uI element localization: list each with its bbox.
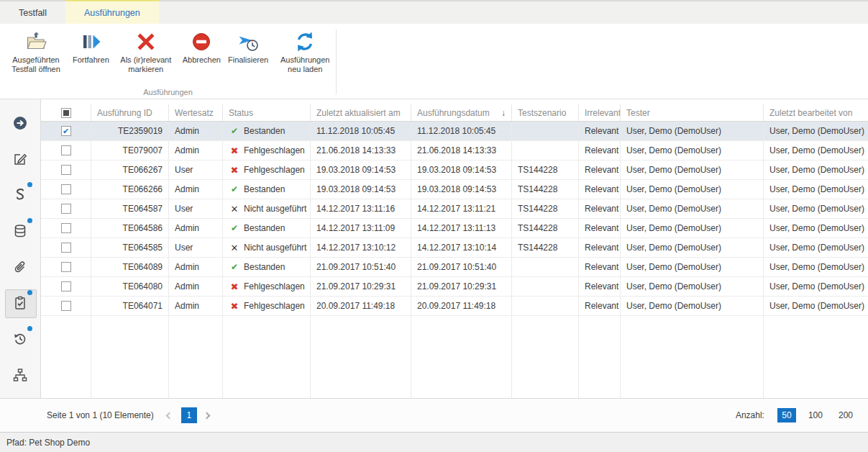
table-header: Ausführung IDWertesatzStatusZuletzt aktu…: [41, 104, 868, 122]
row-checkbox[interactable]: [61, 145, 71, 155]
cell-execution-id: TE064587: [91, 199, 169, 218]
cell-valueset: Admin: [169, 258, 223, 276]
cell-execution-id: TE064080: [91, 277, 169, 296]
cell-status: ✕Nicht ausgeführt: [223, 238, 311, 257]
table-row[interactable]: TE064071Admin✖Fehlgeschlagen20.09.2017 1…: [41, 297, 868, 316]
cell-valueset: User: [169, 161, 223, 179]
page-size-50[interactable]: 50: [777, 408, 796, 422]
cell-irrelevant: Relevant: [579, 277, 621, 296]
table-row[interactable]: TE064585User✕Nicht ausgeführt14.12.2017 …: [41, 238, 868, 258]
cell-scenario: TS144228: [512, 238, 579, 257]
table-row[interactable]: TE079007Admin✖Fehlgeschlagen21.06.2018 1…: [41, 141, 868, 161]
sidebar-item-executions[interactable]: [0, 285, 40, 321]
cancel-button[interactable]: Abbrechen: [179, 27, 224, 68]
page-size-group: Anzahl: 50100200: [736, 408, 856, 422]
sidebar-item-hierarchy[interactable]: [0, 357, 40, 393]
status-failed-icon: ✖: [229, 165, 240, 176]
toolbar-button-label: Als (ir)relevant markieren: [117, 55, 175, 74]
cell-tester: User, Demo (DemoUser): [621, 122, 764, 140]
row-checkbox[interactable]: [61, 281, 71, 291]
cell-edited-by: User, Demo (DemoUser): [764, 219, 868, 238]
row-checkbox[interactable]: [61, 262, 71, 272]
column-header-label: Wertesatz: [175, 108, 214, 118]
page-size-label: Anzahl:: [736, 410, 764, 420]
column-header-status[interactable]: Status: [223, 104, 311, 121]
sidebar-item-attachments[interactable]: [0, 249, 40, 285]
cell-edited-by: User, Demo (DemoUser): [764, 297, 868, 315]
mark-irrelevant-button[interactable]: Als (ir)relevant markieren: [113, 27, 179, 77]
tab-ausfuehrungen[interactable]: Ausführungen: [65, 0, 159, 24]
row-checkbox[interactable]: [61, 243, 71, 253]
column-header-select[interactable]: [41, 104, 91, 121]
cell-irrelevant: Relevant: [579, 258, 621, 276]
continue-icon: [79, 30, 102, 53]
cell-execution-id: TE064089: [91, 258, 169, 276]
table-row[interactable]: TE064089Admin✔Bestanden21.09.2017 10:51:…: [41, 258, 868, 277]
column-header-updated[interactable]: Zuletzt aktualisiert am: [311, 104, 411, 121]
row-checkbox[interactable]: ✔: [61, 126, 71, 136]
sidebar-item-overview[interactable]: [0, 105, 40, 141]
column-header-edited_by[interactable]: Zuletzt bearbeitet von: [764, 104, 868, 121]
column-header-id[interactable]: Ausführung ID: [91, 104, 169, 121]
table-row[interactable]: TE066266Admin✔Bestanden19.03.2018 09:14:…: [41, 180, 868, 199]
cell-execution-id: TE064586: [91, 219, 169, 238]
next-page-button[interactable]: [200, 407, 214, 423]
page-size-200[interactable]: 200: [835, 408, 856, 422]
cell-tester: User, Demo (DemoUser): [621, 258, 764, 276]
cell-executed: 20.09.2017 11:49:18: [411, 297, 512, 315]
executions-table: Ausführung IDWertesatzStatusZuletzt aktu…: [41, 99, 868, 398]
column-header-executed[interactable]: Ausführungsdatum↓: [411, 104, 512, 121]
toolbar-group-label: Ausführungen: [0, 88, 336, 96]
cell-valueset: Admin: [169, 219, 223, 238]
arrow-circle-icon: [12, 115, 28, 131]
row-checkbox[interactable]: [61, 184, 71, 194]
page-size-options: 50100200: [769, 408, 856, 422]
table-row[interactable]: ✔TE2359019Admin✔Bestanden11.12.2018 10:0…: [41, 122, 868, 141]
page-number-button[interactable]: 1: [181, 407, 197, 423]
sidebar-item-data[interactable]: [0, 213, 40, 249]
open-executed-testcase-button[interactable]: Ausgeführten Testfall öffnen: [3, 27, 69, 77]
cell-execution-id: TE079007: [91, 141, 169, 160]
table-row[interactable]: TE064586Admin✔Bestanden14.12.2017 13:11:…: [41, 219, 868, 238]
cell-valueset: Admin: [169, 277, 223, 296]
column-header-scenario[interactable]: Testszenario: [512, 104, 579, 121]
cell-edited-by: User, Demo (DemoUser): [764, 277, 868, 296]
select-all-checkbox[interactable]: [61, 108, 71, 118]
table-row[interactable]: TE064587User✕Nicht ausgeführt14.12.2017 …: [41, 199, 868, 219]
cell-updated: 21.06.2018 14:13:33: [311, 141, 411, 160]
status-failed-icon: ✖: [229, 145, 240, 156]
column-header-valueset[interactable]: Wertesatz: [169, 104, 223, 121]
prev-page-button[interactable]: [163, 407, 177, 423]
row-checkbox[interactable]: [61, 165, 71, 175]
cell-valueset: User: [169, 199, 223, 218]
status-passed-icon: ✔: [229, 223, 240, 233]
cell-execution-id: TE066267: [91, 161, 169, 179]
row-checkbox[interactable]: [61, 223, 71, 233]
notification-badge: [27, 182, 32, 187]
sort-desc-icon: ↓: [498, 108, 506, 118]
cell-tester: User, Demo (DemoUser): [621, 199, 764, 218]
column-header-tester[interactable]: Tester: [621, 104, 764, 121]
status-passed-icon: ✔: [229, 262, 240, 272]
status-passed-icon: ✔: [229, 126, 240, 136]
row-checkbox[interactable]: [61, 204, 71, 214]
toolbar-button-label: Ausführungen neu laden: [275, 55, 334, 74]
column-header-irrelevant[interactable]: Irrelevant: [579, 104, 621, 121]
cell-executed: 21.09.2017 10:29:31: [411, 277, 512, 296]
cell-edited-by: User, Demo (DemoUser): [764, 161, 868, 179]
cell-executed: 19.03.2018 09:14:53: [411, 161, 512, 179]
reload-executions-button[interactable]: Ausführungen neu laden: [272, 27, 338, 77]
cell-status: ✖Fehlgeschlagen: [223, 141, 311, 160]
tab-testfall[interactable]: Testfall: [0, 1, 65, 24]
continue-button[interactable]: Fortfahren: [69, 27, 113, 68]
cell-status: ✔Bestanden: [223, 219, 311, 238]
page-size-100[interactable]: 100: [805, 408, 826, 422]
sidebar-item-history[interactable]: [0, 321, 40, 357]
finalize-button[interactable]: Finalisieren: [224, 27, 272, 68]
cell-irrelevant: Relevant: [579, 180, 621, 199]
table-row[interactable]: TE066267User✖Fehlgeschlagen19.03.2018 09…: [41, 161, 868, 180]
table-row[interactable]: TE064080Admin✖Fehlgeschlagen21.09.2017 1…: [41, 277, 868, 297]
sidebar-item-relations[interactable]: [0, 177, 40, 213]
sidebar-item-edit[interactable]: [0, 141, 40, 177]
row-checkbox[interactable]: [61, 301, 71, 311]
